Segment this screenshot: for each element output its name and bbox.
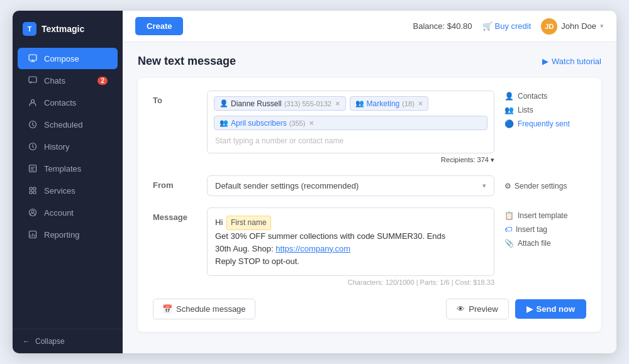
sidebar-item-services[interactable]: Services	[18, 180, 118, 201]
lists-link[interactable]: 👥 Lists	[504, 106, 586, 114]
from-row: From Default sender settings (recommende…	[153, 175, 586, 196]
svg-point-11	[31, 211, 34, 213]
eye-icon: 👁	[457, 304, 465, 314]
tag-list2-close[interactable]: ×	[309, 118, 314, 128]
schedule-button[interactable]: 📅 Schedule message	[153, 299, 255, 319]
sender-settings-link[interactable]: ⚙ Sender settings	[504, 177, 586, 190]
logo-text: Textmagic	[42, 24, 84, 34]
collapse-button[interactable]: ← Collapse	[23, 337, 113, 346]
from-value: Default sender settings (recommended)	[215, 181, 359, 190]
user-menu[interactable]: JD John Doe ▾	[541, 18, 604, 35]
main-area: Create Balance: $40.80 🛒 Buy credit JD J…	[123, 11, 616, 353]
to-side-links: 👤 Contacts 👥 Lists 🔵 Frequently sent	[504, 91, 586, 128]
message-side-links: 📋 Insert template 🏷 Insert tag 📎 Attach …	[504, 207, 586, 248]
user-avatar: JD	[541, 18, 557, 35]
services-label: Services	[44, 186, 75, 196]
message-textarea[interactable]: Hi First name Get 30% OFF summer collect…	[207, 207, 494, 276]
sidebar-item-compose[interactable]: Compose	[18, 48, 118, 69]
templates-icon	[28, 163, 38, 174]
chats-badge: 2	[97, 77, 108, 85]
sidebar-nav: Compose Chats 2 Contacts Scheduled	[13, 45, 123, 329]
history-icon	[28, 141, 38, 152]
message-body2: 30th Aug. Shop:	[215, 244, 274, 253]
svg-point-2	[31, 100, 35, 103]
buy-credit-link[interactable]: 🛒 Buy credit	[482, 21, 532, 31]
tag-icon: 🏷	[504, 225, 512, 234]
tag-list-close[interactable]: ×	[418, 99, 423, 108]
sidebar-item-reporting[interactable]: Reporting	[18, 224, 118, 245]
from-field: Default sender settings (recommended) ▾	[207, 175, 494, 196]
attach-file-link[interactable]: 📎 Attach file	[504, 239, 586, 248]
sidebar-item-scheduled[interactable]: Scheduled	[18, 114, 118, 135]
sidebar-item-contacts[interactable]: Contacts	[18, 92, 118, 113]
cart-icon: 🛒	[482, 21, 493, 31]
from-side-links: ⚙ Sender settings	[504, 175, 586, 190]
message-body3: Reply STOP to opt-out.	[215, 256, 299, 266]
from-label: From	[153, 175, 197, 190]
topbar-right: Balance: $40.80 🛒 Buy credit JD John Doe…	[413, 18, 604, 35]
to-field-box[interactable]: 👤 Dianne Russell (313) 555-0132 × 👥 Mark…	[207, 91, 494, 153]
topbar: Create Balance: $40.80 🛒 Buy credit JD J…	[123, 11, 616, 42]
tag-list-detail: (18)	[402, 100, 415, 108]
message-body1: Get 30% OFF summer collections with code…	[215, 231, 445, 241]
send-button[interactable]: ▶ Send now	[515, 299, 586, 319]
attach-icon: 📎	[504, 239, 514, 248]
message-field: Hi First name Get 30% OFF summer collect…	[207, 207, 494, 286]
svg-rect-1	[29, 77, 36, 82]
sidebar-item-account[interactable]: Account	[18, 202, 118, 223]
tag-list2-detail: (355)	[289, 119, 306, 127]
sidebar-item-chats[interactable]: Chats 2	[18, 70, 118, 91]
lists-link-icon: 👥	[504, 106, 514, 114]
account-label: Account	[44, 208, 74, 218]
message-row: Message Hi First name Get 30% OFF summer…	[153, 207, 586, 286]
sidebar-item-templates[interactable]: Templates	[18, 158, 118, 179]
tag-contact-close[interactable]: ×	[335, 99, 340, 108]
svg-rect-8	[30, 191, 32, 194]
create-button[interactable]: Create	[135, 17, 183, 35]
services-icon	[28, 185, 38, 196]
chevron-down-icon: ▾	[600, 22, 604, 30]
watch-tutorial-link[interactable]: ▶ Watch tutorial	[542, 57, 601, 66]
contacts-icon	[28, 97, 38, 108]
sidebar-logo: T Textmagic	[13, 11, 123, 45]
to-field: 👤 Dianne Russell (313) 555-0132 × 👥 Mark…	[207, 91, 494, 164]
sidebar-bottom: ← Collapse	[13, 329, 123, 353]
templates-label: Templates	[44, 164, 81, 174]
insert-template-link[interactable]: 📋 Insert template	[504, 211, 586, 220]
scheduled-label: Scheduled	[44, 120, 82, 130]
contacts-link[interactable]: 👤 Contacts	[504, 92, 586, 101]
gear-icon: ⚙	[504, 182, 511, 190]
logo-icon: T	[23, 22, 36, 36]
message-link[interactable]: https://company.com	[276, 244, 350, 253]
svg-rect-6	[30, 187, 32, 190]
to-tag-contact[interactable]: 👤 Dianne Russell (313) 555-0132 ×	[214, 96, 346, 111]
scheduled-icon	[28, 119, 38, 130]
message-prefix: Hi	[215, 218, 223, 227]
sidebar-item-history[interactable]: History	[18, 136, 118, 157]
message-tools: 📋 Insert template 🏷 Insert tag 📎 Attach …	[504, 209, 586, 248]
account-icon	[28, 207, 38, 218]
first-name-tag[interactable]: First name	[226, 216, 271, 230]
play-icon: ▶	[542, 57, 548, 66]
from-select[interactable]: Default sender settings (recommended) ▾	[207, 175, 494, 196]
sidebar: T Textmagic Compose Chats 2	[13, 11, 123, 353]
calendar-icon: 📅	[162, 304, 172, 314]
send-icon: ▶	[526, 304, 533, 314]
tag-contact-detail: (313) 555-0132	[284, 100, 331, 108]
insert-tag-link[interactable]: 🏷 Insert tag	[504, 225, 586, 234]
preview-button[interactable]: 👁 Preview	[446, 299, 508, 319]
right-actions: 👁 Preview ▶ Send now	[446, 299, 586, 319]
frequently-sent-link[interactable]: 🔵 Frequently sent	[504, 119, 586, 128]
tag-contact-name: Dianne Russell	[231, 99, 282, 108]
user-name: John Doe	[561, 21, 596, 31]
tag-list-name: Marketing	[367, 99, 400, 108]
chats-label: Chats	[44, 76, 65, 85]
to-tag-list-subscribers[interactable]: 👥 April subscribers (355) ×	[214, 116, 487, 130]
chats-icon	[28, 75, 38, 85]
to-tag-list-marketing[interactable]: 👥 Marketing (18) ×	[350, 96, 429, 111]
to-label: To	[153, 91, 197, 105]
recipients-dropdown[interactable]: ▾	[491, 156, 494, 163]
to-row: To 👤 Dianne Russell (313) 555-0132 ×	[153, 91, 586, 164]
contacts-link-icon: 👤	[504, 92, 514, 101]
from-chevron-icon: ▾	[482, 182, 486, 190]
